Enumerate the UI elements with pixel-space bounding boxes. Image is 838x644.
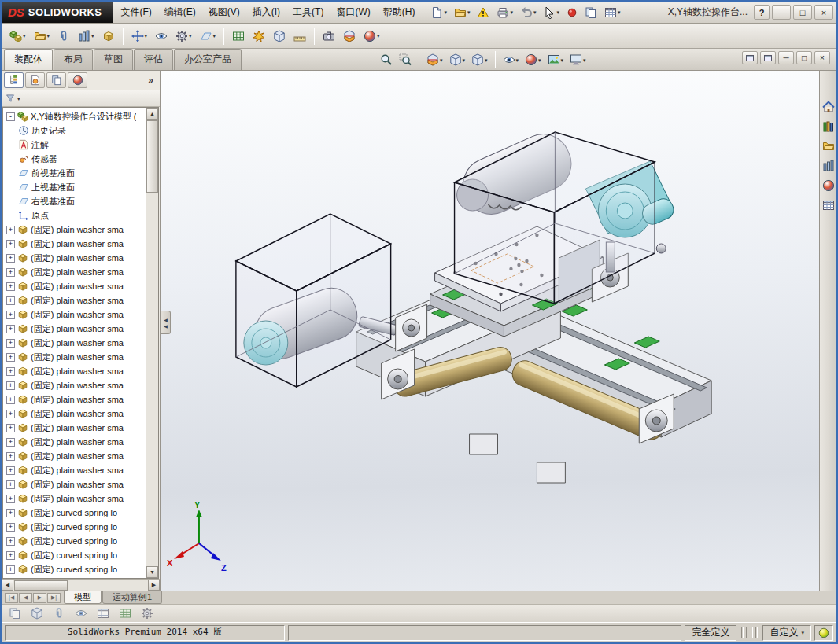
exploded-view-button[interactable] [249,28,268,45]
tree-root[interactable]: - X,Y轴数控操作台设计模型 ( [3,109,145,123]
bill-of-materials-button[interactable] [229,28,248,45]
expander-icon[interactable]: + [6,240,15,248]
expander-icon[interactable]: + [6,296,15,305]
tree-item-front-plane[interactable]: 前视基准面 [3,166,145,180]
view-orientation-button[interactable]: ▾ [447,51,468,68]
tree-item-component[interactable]: + (固定) plain washer sma [3,421,145,435]
rebuild-warning-button[interactable] [474,4,493,21]
help-button[interactable]: ? [754,5,770,20]
move-component-button[interactable]: ▾ [128,28,151,45]
view-settings-button[interactable]: ▾ [567,51,589,68]
tab-motion-study-1[interactable]: 运动算例1 [102,591,162,604]
expander-icon[interactable]: + [6,367,15,376]
open-part-button[interactable]: ▾ [31,28,54,45]
expander-icon[interactable]: + [6,509,15,517]
appearances-button[interactable] [821,178,836,193]
tree-item-component[interactable]: + (固定) plain washer sma [3,223,145,237]
expander-icon[interactable]: + [6,311,15,319]
tree-item-component[interactable]: + (固定) curved spring lo [3,520,145,534]
tree-item-component[interactable]: + (固定) plain washer sma [3,251,145,265]
undo-button[interactable]: ▾ [517,4,540,21]
tree-item-component[interactable]: + (固定) plain washer sma [3,449,145,463]
tab-model[interactable]: 模型 [64,591,102,604]
expander-icon[interactable]: + [6,396,15,404]
tree-item-component[interactable]: + (固定) plain washer sma [3,350,145,364]
model-3d-view[interactable]: Y X Z [161,71,819,591]
tree-item-component[interactable]: + (固定) plain washer sma [3,279,145,293]
show-hidden-components-button[interactable] [152,28,171,45]
model-y-motor-enclosure[interactable] [455,126,677,304]
vcr-end-button[interactable]: ▶| [47,593,61,603]
component-pattern-button[interactable]: ▾ [75,28,98,45]
tree-item-component[interactable]: + (固定) curved spring lo [3,562,145,576]
expander-icon[interactable]: + [6,325,15,333]
file-properties-button[interactable]: ▾ [601,4,624,21]
custom-properties-button[interactable] [821,197,836,213]
vcr-next-button[interactable]: ▶ [33,593,46,603]
tree-item-component[interactable]: + (固定) plain washer sma [3,322,145,336]
menu-item[interactable]: 编辑(E) [158,2,202,22]
section-view-tool-button[interactable] [340,28,359,45]
scrollbar-thumb[interactable] [146,120,158,193]
vcr-prev-button[interactable]: ◀ [19,593,32,603]
tree-item-top-plane[interactable]: 上视基准面 [3,180,145,194]
select-button[interactable]: ▾ [540,4,563,21]
expander-icon[interactable]: - [6,112,15,121]
expander-icon[interactable]: + [6,551,15,560]
featuremanager-tab[interactable] [4,72,24,88]
expander-icon[interactable]: + [6,495,15,503]
expander-icon[interactable]: + [6,452,15,461]
expander-icon[interactable]: + [6,466,15,475]
print-button[interactable]: ▾ [493,4,516,21]
menu-item[interactable]: 帮助(H) [377,2,422,22]
section-view-button[interactable]: ▾ [424,51,445,68]
expander-icon[interactable]: + [6,438,15,447]
file-explorer-button[interactable] [821,138,836,154]
appearance-tool-button[interactable]: ▾ [360,28,383,45]
tree-item-component[interactable]: + (固定) plain washer sma [3,265,145,279]
display-style-button[interactable]: ▾ [469,51,490,68]
expander-icon[interactable]: + [6,381,15,390]
apply-scene-button[interactable]: ▾ [545,51,567,68]
assembly-features-button[interactable]: ▾ [172,28,195,45]
tree-item-component[interactable]: + (固定) plain washer sma [3,237,145,251]
doc-window-button-2[interactable] [760,51,776,64]
new-document-button[interactable]: ▾ [427,4,450,21]
table-tool-button[interactable] [116,605,135,622]
reference-geometry-button[interactable]: ▾ [197,28,220,45]
properties-tool-button[interactable] [94,605,113,622]
expander-icon[interactable]: + [6,268,15,277]
camera-view-button[interactable] [319,28,338,45]
tree-item-component[interactable]: + (固定) plain washer sma [3,364,145,378]
menu-item[interactable]: 视图(V) [202,2,246,22]
insert-component-button[interactable]: ▾ [6,28,29,45]
tab-layout[interactable]: 布局 [54,49,93,70]
tree-horizontal-scrollbar[interactable]: ◀ ▶ [2,579,160,591]
tree-item-component[interactable]: + (固定) curved spring lo [3,506,145,520]
smart-fasteners-button[interactable] [99,28,118,45]
model-base-feet[interactable] [470,434,566,483]
tab-sketch[interactable]: 草图 [94,49,133,70]
expander-icon[interactable]: + [6,523,15,532]
menu-item[interactable]: 文件(F) [114,2,157,22]
tree-item-history[interactable]: 历史记录 [3,123,145,138]
expander-icon[interactable]: + [6,339,15,348]
expander-icon[interactable]: + [6,282,15,291]
edit-appearance-button[interactable]: ▾ [522,51,544,68]
open-button[interactable]: ▾ [451,4,474,21]
close-button[interactable]: × [814,5,833,20]
tab-assembly[interactable]: 装配体 [4,49,53,70]
window-stack-button[interactable] [6,605,24,622]
expander-icon[interactable]: + [6,537,15,546]
mate-tool-button[interactable] [50,605,68,622]
menu-item[interactable]: 窗口(W) [330,2,376,22]
tree-item-sensors[interactable]: 传感器 [3,152,145,166]
panel-overflow-button[interactable]: » [144,75,157,86]
tree-item-component[interactable]: + (固定) curved spring lo [3,534,145,548]
tree-item-origin[interactable]: 原点 [3,208,145,223]
scroll-right-button[interactable]: ▶ [148,580,160,591]
scroll-down-button[interactable]: ▼ [146,566,158,578]
tree-item-component[interactable]: + (固定) curved spring lo [3,548,145,562]
resources-home-button[interactable] [821,99,836,115]
maximize-button[interactable]: □ [793,5,812,20]
